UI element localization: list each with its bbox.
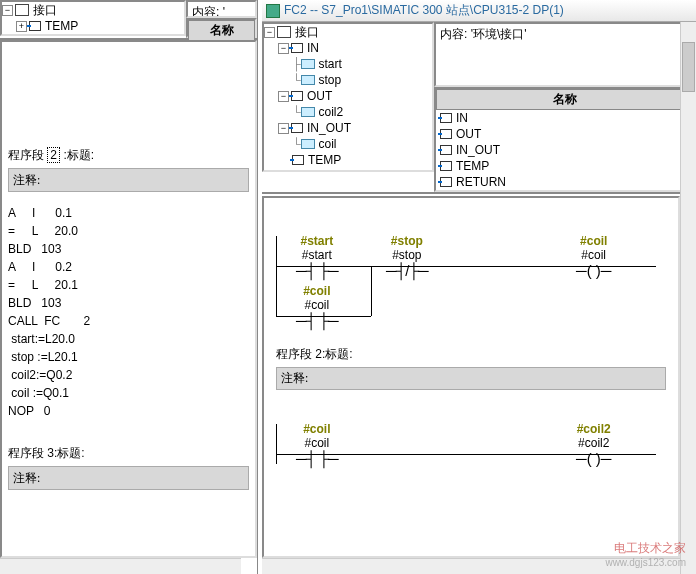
stl-line[interactable]: = L 20.0: [8, 222, 249, 240]
content-value: '环境\接口': [471, 27, 527, 41]
comment-bar[interactable]: 注释:: [8, 466, 249, 490]
name-item[interactable]: IN: [436, 110, 694, 126]
content-value: ': [223, 5, 225, 18]
segment-2-title: 程序段 2 :标题:: [8, 146, 249, 164]
stl-line[interactable]: start:=L20.0: [8, 330, 249, 348]
no-contact-coil[interactable]: #coil #coil ─┤ ├─: [296, 284, 338, 329]
no-contact-coil[interactable]: #coil #coil ─┤ ├─: [296, 422, 338, 467]
horizontal-scrollbar[interactable]: [262, 558, 680, 574]
param-icon: [440, 145, 452, 155]
window-title: FC2 -- S7_Pro1\SIMATIC 300 站点\CPU315-2 D…: [284, 2, 564, 19]
var-icon: [301, 139, 315, 149]
right-pane: FC2 -- S7_Pro1\SIMATIC 300 站点\CPU315-2 D…: [262, 0, 696, 574]
name-column-header[interactable]: 名称: [188, 20, 255, 41]
content-label: 内容:: [192, 5, 219, 18]
param-icon: [440, 177, 452, 187]
scrollbar-thumb[interactable]: [682, 42, 695, 92]
name-item-label: IN: [456, 111, 468, 125]
output-coil[interactable]: #coil #coil ─( )─: [576, 234, 611, 279]
comment-bar[interactable]: 注释:: [276, 367, 666, 390]
stl-line[interactable]: = L 20.1: [8, 276, 249, 294]
name-item-label: OUT: [456, 127, 481, 141]
segment-3-title: 程序段 3:标题:: [8, 444, 249, 462]
content-label: 内容:: [440, 27, 467, 41]
name-column-header[interactable]: 名称: [436, 89, 694, 110]
param-icon: [291, 91, 303, 101]
left-interface-tree[interactable]: − 接口 + TEMP: [0, 0, 186, 36]
window-titlebar[interactable]: FC2 -- S7_Pro1\SIMATIC 300 站点\CPU315-2 D…: [262, 0, 696, 22]
tree-stop[interactable]: stop: [319, 73, 342, 87]
name-item[interactable]: OUT: [436, 126, 694, 142]
left-code-body: 程序段 2 :标题: 注释: A I 0.1 = L 20.0 BLD 103 …: [0, 40, 257, 558]
tree-in[interactable]: IN: [307, 41, 319, 55]
name-item-label: TEMP: [456, 159, 489, 173]
block-icon: [277, 26, 291, 38]
tree-collapse-icon[interactable]: −: [278, 43, 289, 54]
param-icon: [29, 21, 41, 31]
tree-temp-label: TEMP: [45, 19, 78, 33]
name-item-label: IN_OUT: [456, 143, 500, 157]
window-icon: [266, 4, 280, 18]
param-icon: [440, 113, 452, 123]
tree-coil2[interactable]: coil2: [319, 105, 344, 119]
left-content-cell: 内容: ': [186, 0, 257, 18]
tree-inout[interactable]: IN_OUT: [307, 121, 351, 135]
no-contact-start[interactable]: #start #start ─┤ ├─: [296, 234, 338, 279]
tree-collapse-icon[interactable]: −: [278, 123, 289, 134]
tree-start[interactable]: start: [319, 57, 342, 71]
stl-line[interactable]: A I 0.1: [8, 204, 249, 222]
name-item-label: RETURN: [456, 175, 506, 189]
name-item[interactable]: TEMP: [436, 158, 694, 174]
var-icon: [301, 75, 315, 85]
stl-line[interactable]: stop :=L20.1: [8, 348, 249, 366]
horizontal-scrollbar[interactable]: [0, 558, 241, 574]
param-icon: [291, 123, 303, 133]
tree-collapse-icon[interactable]: −: [264, 27, 275, 38]
output-coil2[interactable]: #coil2 #coil2 ─( )─: [576, 422, 611, 467]
stl-line[interactable]: BLD 103: [8, 240, 249, 258]
tree-collapse-icon[interactable]: −: [278, 91, 289, 102]
tree-root: 接口: [295, 24, 319, 41]
left-pane: − 接口 + TEMP 内容: ' 名称 TEMP: [0, 0, 258, 574]
vertical-scrollbar[interactable]: [680, 22, 696, 574]
right-interface-tree[interactable]: −接口 −IN ├ start └ stop −OUT └ coil2 −IN_…: [262, 22, 434, 172]
var-icon: [301, 59, 315, 69]
stl-line[interactable]: coil :=Q0.1: [8, 384, 249, 402]
tree-expand-icon[interactable]: +: [16, 21, 27, 32]
ladder-rung-1[interactable]: #start #start ─┤ ├─ #stop #stop ─┤/├─ #c…: [276, 206, 666, 336]
param-icon: [440, 161, 452, 171]
param-icon: [291, 43, 303, 53]
ladder-body: #start #start ─┤ ├─ #stop #stop ─┤/├─ #c…: [262, 196, 680, 558]
block-icon: [15, 4, 29, 16]
tree-temp[interactable]: TEMP: [308, 153, 341, 167]
tree-root-label: 接口: [33, 2, 57, 19]
tree-out[interactable]: OUT: [307, 89, 332, 103]
ladder-rung-2[interactable]: #coil #coil ─┤ ├─ #coil2 #coil2 ─( )─: [276, 394, 666, 474]
stl-line[interactable]: coil2:=Q0.2: [8, 366, 249, 384]
tree-coil[interactable]: coil: [319, 137, 337, 151]
name-item[interactable]: IN_OUT: [436, 142, 694, 158]
segment-2-title: 程序段 2:标题:: [276, 346, 666, 363]
param-icon: [292, 155, 304, 165]
stl-line[interactable]: CALL FC 2: [8, 312, 249, 330]
right-content-cell: 内容: '环境\接口': [434, 22, 696, 87]
stl-line[interactable]: A I 0.2: [8, 258, 249, 276]
stl-line[interactable]: NOP 0: [8, 402, 249, 420]
param-icon: [440, 129, 452, 139]
var-icon: [301, 107, 315, 117]
nc-contact-stop[interactable]: #stop #stop ─┤/├─: [386, 234, 428, 279]
stl-line[interactable]: BLD 103: [8, 294, 249, 312]
segment-number: 2: [47, 147, 60, 163]
tree-collapse-icon[interactable]: −: [2, 5, 13, 16]
name-item[interactable]: RETURN: [436, 174, 694, 190]
comment-bar[interactable]: 注释:: [8, 168, 249, 192]
